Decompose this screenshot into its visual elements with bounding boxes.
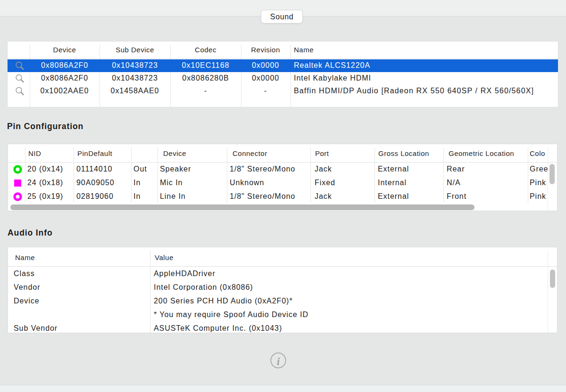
svg-text:i: i (277, 356, 280, 368)
